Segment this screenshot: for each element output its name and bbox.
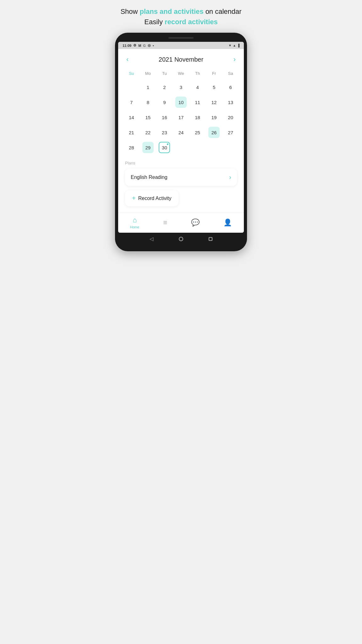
google-icon: G [143,44,146,47]
prev-month-button[interactable]: ‹ [126,55,129,64]
calendar-day-empty-32: 0 [189,141,206,154]
profile-icon: 👤 [223,219,232,227]
calendar-day-8[interactable]: 8 [140,95,156,109]
phone-frame: 11:09 ⚙ M G ◎ • ▼ ▲ ▐ ‹ 2021 Nove [115,33,247,251]
calendar-day-17[interactable]: 17 [173,110,189,124]
outer-container: Show plans and activities on calendar Ea… [109,6,253,251]
record-activity-button[interactable]: + Record Activity [125,190,178,206]
phone-screen: 11:09 ⚙ M G ◎ • ▼ ▲ ▐ ‹ 2021 Nove [118,42,244,233]
calendar-day-5[interactable]: 5 [206,80,222,94]
day-number: 15 [142,112,154,123]
plan-item[interactable]: English Reading › [125,169,237,186]
calendar-day-16[interactable]: 16 [156,110,173,124]
calendar-day-12[interactable]: 12 [206,95,222,109]
calendar-day-29[interactable]: 29 [140,141,156,154]
calendar-days: 0123456789101112131415161718192021222324… [123,80,239,154]
weekday-su: Su [123,69,140,78]
phone-speaker [168,37,194,39]
app-content: ‹ 2021 November › Su Mo Tu We Th Fr Sa [118,49,244,213]
calendar-day-24[interactable]: 24 [173,125,189,139]
day-number: 18 [192,112,203,123]
day-number: 20 [225,112,236,123]
calendar-day-15[interactable]: 15 [140,110,156,124]
home-icon: ⌂ [133,216,137,224]
back-button[interactable]: ◁ [150,236,153,242]
nav-profile[interactable]: 👤 [223,219,232,227]
day-number: 27 [225,127,236,138]
calendar-day-6[interactable]: 6 [222,80,239,94]
day-number: 30 [159,142,170,153]
next-month-button[interactable]: › [233,55,236,64]
nav-chat[interactable]: 💬 [191,219,200,227]
day-number: 16 [159,112,170,123]
calendar-day-26[interactable]: 26 [206,125,222,139]
calendar-day-empty-34: 0 [222,141,239,154]
headline-line2-pre: Easily [144,18,165,26]
day-number: 14 [126,112,137,123]
weekday-mo: Mo [140,69,156,78]
nav-home[interactable]: ⌂ Home [130,216,139,229]
day-number: 24 [175,127,187,138]
day-number: 1 [142,81,154,93]
calendar-day-18[interactable]: 18 [189,110,206,124]
nav-list[interactable]: ≡ [163,219,167,227]
recents-button[interactable] [209,237,212,241]
calendar-day-empty-31: 0 [173,141,189,154]
calendar-title: 2021 November [159,56,203,63]
status-time: 11:09 [123,44,131,47]
calendar-day-28[interactable]: 28 [123,141,140,154]
mail-icon: M [138,44,141,47]
calendar-day-3[interactable]: 3 [173,80,189,94]
calendar-day-21[interactable]: 21 [123,125,140,139]
day-number: 26 [208,127,220,138]
bottom-nav: ⌂ Home ≡ 💬 👤 [118,213,244,233]
headline: Show plans and activities on calendar Ea… [117,6,244,27]
day-number: 2 [159,81,170,93]
weekday-sa: Sa [222,69,239,78]
calendar-day-11[interactable]: 11 [189,95,206,109]
calendar-weekdays: Su Mo Tu We Th Fr Sa [123,69,239,78]
android-nav: ◁ [118,233,244,245]
status-bar: 11:09 ⚙ M G ◎ • ▼ ▲ ▐ [118,42,244,49]
calendar-day-7[interactable]: 7 [123,95,140,109]
day-number: 19 [208,112,220,123]
day-number: 7 [126,97,137,108]
calendar-day-25[interactable]: 25 [189,125,206,139]
calendar-day-1[interactable]: 1 [140,80,156,94]
calendar-day-10[interactable]: 10 [173,95,189,109]
weekday-fr: Fr [206,69,222,78]
headline-line1-post: on calendar [204,8,242,15]
headline-accent2: record activities [165,18,218,26]
home-button[interactable] [179,237,183,241]
headline-accent1: plans and activities [140,8,204,15]
day-number: 3 [175,81,187,93]
day-number: 22 [142,127,154,138]
weekday-th: Th [189,69,206,78]
calendar-day-22[interactable]: 22 [140,125,156,139]
calendar-day-14[interactable]: 14 [123,110,140,124]
wifi-icon: ▼ [228,44,232,47]
nav-home-label: Home [130,225,139,229]
calendar-day-2[interactable]: 2 [156,80,173,94]
signal-icon: ▲ [233,44,236,47]
gear-icon: ⚙ [133,43,136,47]
calendar-day-4[interactable]: 4 [189,80,206,94]
day-number: 4 [192,81,203,93]
record-activity-label: Record Activity [138,196,172,201]
day-number: 23 [159,127,170,138]
calendar-day-9[interactable]: 9 [156,95,173,109]
calendar-day-19[interactable]: 19 [206,110,222,124]
calendar-day-13[interactable]: 13 [222,95,239,109]
calendar-day-30[interactable]: 30 [156,141,173,154]
circle-icon: ◎ [148,43,151,47]
day-number: 13 [225,97,236,108]
day-number: 5 [208,81,220,93]
calendar-grid: Su Mo Tu We Th Fr Sa 0123456789101112131… [123,69,239,154]
calendar-day-20[interactable]: 20 [222,110,239,124]
weekday-we: We [173,69,189,78]
calendar-day-23[interactable]: 23 [156,125,173,139]
calendar-day-27[interactable]: 27 [222,125,239,139]
calendar-day-empty-33: 0 [206,141,222,154]
plan-name: English Reading [131,175,167,180]
calendar-header: ‹ 2021 November › [123,55,239,64]
